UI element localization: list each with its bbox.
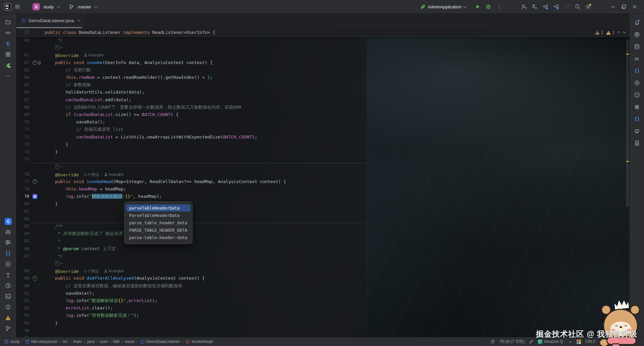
code-line-65[interactable]: 65 // 参数校验	[16, 81, 625, 89]
breadcrumb-study[interactable]: study	[4, 339, 20, 344]
code-line-83[interactable]: 83 /**	[16, 223, 625, 230]
line-number[interactable]: 70	[16, 118, 29, 126]
line-separator[interactable]: CRLF	[585, 339, 596, 344]
code-line-81[interactable]: 81	[16, 208, 625, 215]
code-line-75[interactable]: 75	[16, 156, 625, 163]
dictionary-book-icon[interactable]: A	[632, 138, 642, 148]
code-line-91[interactable]: 91 saveData();	[16, 290, 625, 297]
more-vertical-button[interactable]	[496, 4, 502, 10]
line-number[interactable]: 63	[16, 66, 29, 74]
code-text[interactable]: errorList.clear();	[45, 304, 113, 312]
code-line-71[interactable]: 71 // 存储完成清理 list	[16, 126, 625, 133]
close-button[interactable]	[632, 4, 638, 10]
code-text[interactable]: saveData();	[45, 118, 105, 126]
line-number[interactable]: 94	[16, 312, 29, 319]
next-problem-button[interactable]	[623, 30, 626, 34]
notifications-bell-icon[interactable]	[632, 18, 642, 27]
run-button[interactable]	[475, 4, 481, 10]
tab-demodatalistener[interactable]: C DemoDataListener.java	[16, 14, 85, 27]
breadcrumb-excel[interactable]: excel	[125, 339, 135, 344]
code-text[interactable]: if (cachedDataList.size() >= BATCH_COUNT…	[45, 111, 178, 118]
code-line-70[interactable]: 70 saveData();	[16, 118, 625, 126]
code-line-95[interactable]: 95 }	[16, 320, 625, 327]
ai-brackets-icon[interactable]	[632, 114, 642, 124]
code-text[interactable]: }	[45, 141, 68, 148]
code-text[interactable]: saveData();	[45, 290, 95, 297]
code-line-85[interactable]: 85 *	[16, 237, 625, 245]
line-number[interactable]: 90	[16, 282, 29, 290]
code-text[interactable]: log.info("解析表格头数据:{}", headMap);	[45, 193, 162, 200]
code-line-64[interactable]: 64 this.rowNum = context.readRowHolder()…	[16, 74, 625, 81]
code-line-80[interactable]: 80 }	[16, 200, 625, 208]
mask-icon[interactable]	[632, 126, 642, 136]
code-text[interactable]: * 所有数据解析完成了 都会来调	[45, 230, 122, 237]
editor-scrollbar[interactable]	[626, 37, 629, 337]
add-user-button[interactable]	[521, 4, 527, 10]
code-line-94[interactable]: 94 log.info("所有数据解析完成！");	[16, 312, 625, 319]
scrollbar-warning-mark[interactable]	[626, 161, 629, 162]
code-line-62[interactable]: 62↑@ public void invoke(UserInfo data, A…	[16, 59, 625, 66]
author-inlay-hint[interactable]: huangbh	[104, 171, 124, 178]
line-number[interactable]: 61	[16, 51, 29, 59]
author-inlay-hint[interactable]: huangbh	[104, 267, 124, 275]
line-number[interactable]: 95	[16, 320, 29, 327]
code-text[interactable]: */	[45, 37, 63, 44]
line-number[interactable]: 71	[16, 126, 29, 133]
code-text[interactable]: public void invokeHead(Map<Integer, Read…	[45, 178, 286, 185]
line-number[interactable]: 72	[16, 133, 29, 141]
ai-swirl-icon[interactable]	[632, 30, 642, 39]
services-play-icon[interactable]	[2, 259, 14, 269]
line-number[interactable]: 74	[16, 148, 29, 156]
editor-area[interactable]: 60 */61 @Overridehuangbh62↑@ public void…	[16, 14, 629, 337]
code-line-82[interactable]: 82	[16, 215, 625, 223]
maximize-button[interactable]	[621, 4, 627, 10]
line-number[interactable]: 82	[16, 215, 29, 223]
breadcrumb-hbh[interactable]: hbh	[113, 339, 120, 344]
line-number[interactable]: 84	[16, 230, 29, 237]
code-text[interactable]: log.info("所有数据解析完成！");	[45, 312, 139, 319]
plugin-x-icon[interactable]	[632, 78, 642, 88]
code-vision-marker-icon[interactable]	[55, 45, 63, 50]
breadcrumb-com[interactable]: com	[100, 339, 108, 344]
code-text[interactable]: public void invoke(UserInfo data, Analys…	[45, 59, 213, 66]
recent-locations[interactable]	[490, 339, 495, 344]
main-menu-button[interactable]	[14, 4, 20, 10]
terminal-icon[interactable]	[2, 291, 14, 301]
code-line-90[interactable]: 90 // 这里也要保存数据，确保最后遗留的数据也存储到数据库	[16, 282, 625, 290]
code-text[interactable]: cachedDataList.add(data);	[45, 96, 131, 104]
code-line-84[interactable]: 84 * 所有数据解析完成了 都会来调	[16, 230, 625, 237]
line-number[interactable]: 83	[16, 223, 29, 230]
code-line-89[interactable]: 89↑ public void doAfterAllAnalysed(Analy…	[16, 275, 625, 282]
line-number[interactable]: 69	[16, 111, 29, 118]
code-line-63[interactable]: 63 // 当前行数	[16, 66, 625, 74]
line-number[interactable]: 73	[16, 141, 29, 148]
code-text[interactable]: *	[45, 237, 60, 245]
caret-position[interactable]: 79:26 (7 字符)	[499, 339, 525, 345]
stack-s-icon[interactable]	[632, 102, 642, 112]
code-line-79[interactable]: 79◆ log.info("解析表格头数据:{}", headMap);	[16, 193, 625, 200]
breadcrumb-invokeHead[interactable]: minvokeHead	[185, 339, 213, 344]
maven-icon[interactable]: m	[632, 54, 642, 63]
line-number[interactable]: 79	[16, 193, 29, 200]
ai-plane-2-button[interactable]	[553, 4, 559, 10]
completion-item[interactable]: parse-table-header-data	[126, 234, 191, 241]
project-selector[interactable]: study	[43, 4, 54, 9]
inspections-widget[interactable]: 1 1	[595, 29, 626, 36]
scrollbar-warning-mark[interactable]	[626, 54, 629, 55]
ai-gutter-icon[interactable]: ◆	[33, 193, 37, 200]
code-text[interactable]: log.info("数据解析错误{}",errorList);	[45, 297, 157, 304]
ai-plane-disabled-button[interactable]	[564, 4, 570, 10]
code-line-77[interactable]: 77↑ public void invokeHead(Map<Integer, …	[16, 178, 625, 185]
line-number[interactable]: 77	[16, 178, 29, 185]
code-line-73[interactable]: 73 }	[16, 141, 625, 148]
translate-button[interactable]: A	[532, 4, 538, 10]
notifications-warning-icon[interactable]	[2, 313, 14, 323]
line-number[interactable]: 87	[16, 252, 29, 260]
profiler-pie-icon[interactable]	[2, 281, 14, 291]
project-avatar[interactable]: S	[33, 3, 40, 10]
code-line-74[interactable]: 74 }	[16, 148, 625, 156]
gradle-hex-icon[interactable]	[632, 90, 642, 100]
code-line-86[interactable]: 86 * @param context 上下文	[16, 245, 625, 252]
sticky-header-line[interactable]: 22 public class DemoDataListener impleme…	[16, 28, 629, 37]
usages-inlay-hint[interactable]: 0 个用法	[84, 268, 99, 275]
